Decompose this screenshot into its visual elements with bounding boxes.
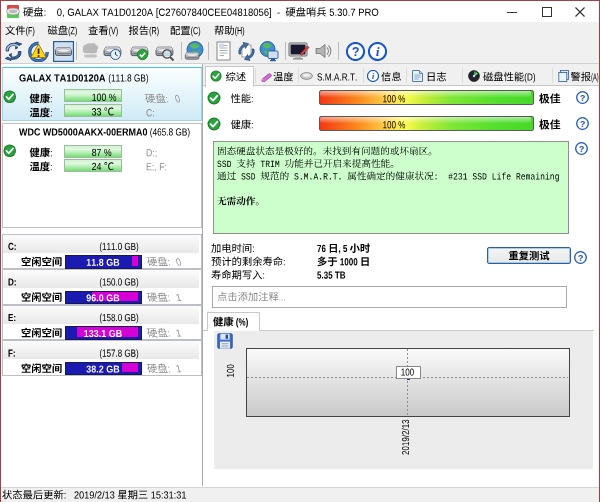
svg-text:i: i [376, 44, 380, 59]
svg-text:?: ? [579, 92, 585, 102]
svg-text:?: ? [578, 143, 584, 153]
svg-text:?: ? [579, 118, 585, 128]
svg-text:?: ? [352, 45, 360, 59]
svg-text:?: ? [577, 252, 583, 262]
